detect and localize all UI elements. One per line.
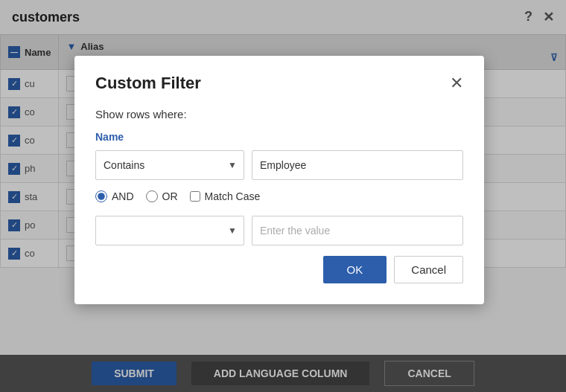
condition-select[interactable]: Contains Starts with Ends with Equals Do… bbox=[95, 150, 244, 180]
and-radio-group: AND bbox=[95, 190, 134, 202]
dialog-header: Custom Filter ✕ bbox=[95, 74, 463, 93]
value-input[interactable] bbox=[252, 150, 463, 180]
field-label: Name bbox=[95, 131, 463, 143]
match-case-group: Match Case bbox=[190, 190, 261, 202]
or-label: OR bbox=[162, 190, 178, 202]
second-condition-select-wrapper: Contains Starts with Ends with Equals ▼ bbox=[95, 216, 244, 245]
ok-button[interactable]: OK bbox=[323, 256, 387, 283]
cancel-button[interactable]: Cancel bbox=[394, 256, 463, 283]
dialog-close-button[interactable]: ✕ bbox=[450, 75, 463, 91]
condition-select-wrapper: Contains Starts with Ends with Equals Do… bbox=[95, 150, 244, 180]
or-radio[interactable] bbox=[146, 190, 158, 202]
dialog-buttons: OK Cancel bbox=[95, 256, 463, 283]
second-condition-row: Contains Starts with Ends with Equals ▼ bbox=[95, 216, 463, 245]
first-condition-row: Contains Starts with Ends with Equals Do… bbox=[95, 150, 463, 180]
match-case-label: Match Case bbox=[205, 190, 261, 202]
and-radio[interactable] bbox=[95, 190, 107, 202]
custom-filter-dialog: Custom Filter ✕ Show rows where: Name Co… bbox=[74, 56, 484, 304]
or-radio-group: OR bbox=[146, 190, 178, 202]
dialog-subtitle: Show rows where: bbox=[95, 108, 463, 121]
match-case-checkbox[interactable] bbox=[190, 191, 200, 202]
and-label: AND bbox=[112, 190, 134, 202]
second-value-input[interactable] bbox=[252, 216, 463, 245]
logic-options-row: AND OR Match Case bbox=[95, 190, 463, 202]
dialog-title: Custom Filter bbox=[95, 74, 201, 93]
second-condition-select[interactable]: Contains Starts with Ends with Equals bbox=[95, 216, 244, 245]
